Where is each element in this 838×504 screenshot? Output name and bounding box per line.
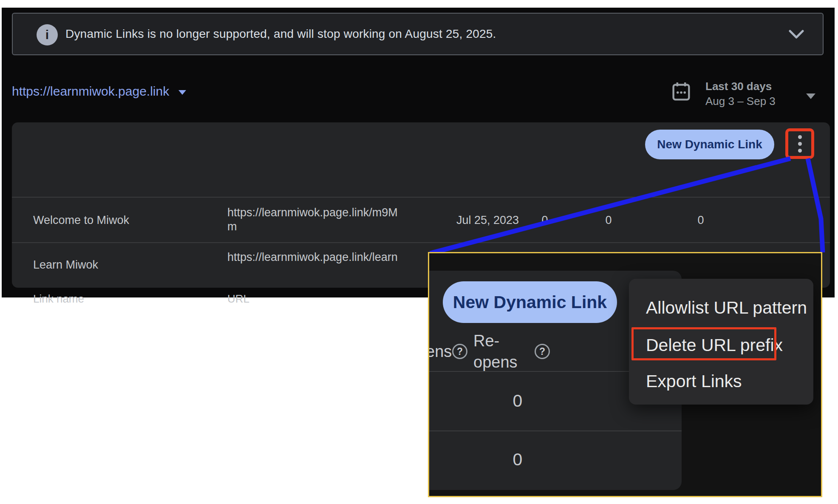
col-header-url: URL [227, 292, 249, 305]
clicks-cell: 0 [535, 213, 554, 227]
zoom-callout: New Dynamic Link ens ? Re- opens ? 0 0 A… [428, 252, 822, 497]
zoomed-row-divider [429, 430, 682, 431]
deprecation-banner-text: Dynamic Links is no longer supported, an… [65, 14, 496, 54]
re-opens-cell: 0 [691, 213, 710, 227]
zoomed-first-opens-help-icon[interactable]: ? [452, 344, 467, 359]
zoomed-header-first-opens-fragment: ens [428, 342, 452, 361]
created-cell: Jul 25, 2023 [456, 213, 519, 227]
zoomed-new-dynamic-link-button[interactable]: New Dynamic Link [443, 281, 617, 323]
link-name-cell: Learn Miwok [33, 258, 98, 272]
overflow-menu: Allowlist URL pattern Delete URL prefix … [629, 279, 813, 405]
url-prefix-selector[interactable]: https://learnmiwok.page.link [12, 84, 186, 99]
date-range-label[interactable]: Last 30 days [705, 80, 772, 93]
date-range-dropdown-arrow-icon[interactable] [806, 93, 815, 99]
zoomed-header-re-opens-line2: opens [473, 352, 518, 372]
first-opens-cell: 0 [599, 213, 618, 227]
menu-item-allowlist-url-pattern[interactable]: Allowlist URL pattern [646, 297, 807, 318]
delete-url-prefix-annotation-red-box [631, 327, 776, 360]
date-range-dates: Aug 3 – Sep 3 [705, 95, 776, 108]
new-dynamic-link-button[interactable]: New Dynamic Link [645, 130, 774, 159]
calendar-icon [672, 82, 691, 102]
dropdown-arrow-icon [178, 90, 186, 95]
col-header-link-name: Link name [33, 292, 84, 305]
row-divider [12, 242, 830, 243]
link-name-cell: Welcome to Miwok [33, 213, 129, 227]
zoomed-re-opens-help-icon[interactable]: ? [535, 344, 550, 359]
url-cell: https://learnmiwok.page.link/m9Mm [227, 206, 406, 234]
zoomed-re-opens-value: 0 [507, 391, 528, 411]
zoomed-re-opens-value: 0 [507, 450, 528, 470]
chevron-down-icon[interactable] [789, 30, 804, 39]
url-cell: https://learnmiwok.page.link/learn [227, 250, 406, 264]
info-icon: i [37, 24, 58, 45]
kebab-annotation-red-box [785, 128, 814, 159]
deprecation-banner: i Dynamic Links is no longer supported, … [12, 13, 824, 55]
url-prefix-value: https://learnmiwok.page.link [12, 84, 169, 99]
zoomed-header-re-opens-line1: Re- [473, 331, 499, 351]
header-divider [12, 197, 830, 198]
overflow-kebab-icon[interactable] [798, 135, 802, 153]
menu-item-export-links[interactable]: Export Links [646, 371, 742, 391]
